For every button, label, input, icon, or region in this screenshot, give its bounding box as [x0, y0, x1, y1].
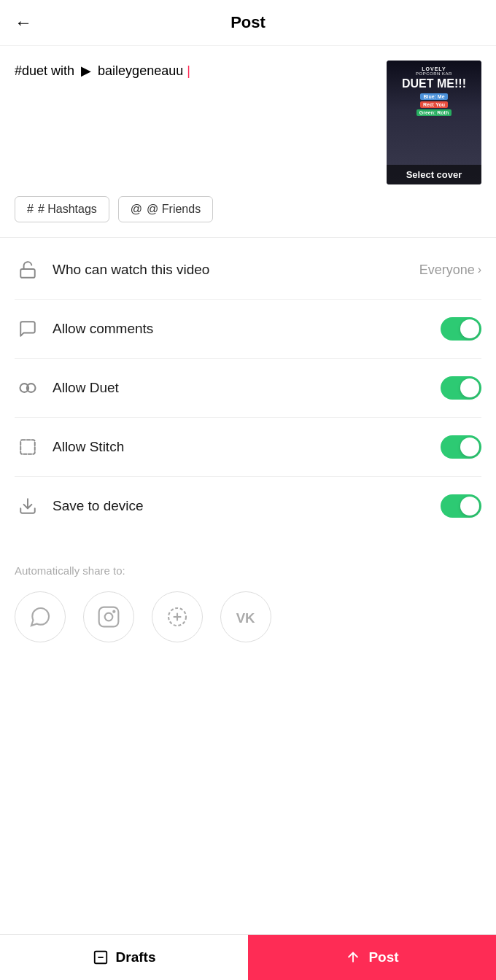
caption-text: #duet with	[15, 63, 74, 78]
svg-rect-0	[20, 269, 35, 278]
setting-row-allow-stitch: Allow Stitch	[15, 418, 481, 477]
drafts-label: Drafts	[116, 949, 156, 965]
toggle-knob	[460, 378, 479, 397]
svg-point-7	[113, 611, 115, 612]
username: baileygeneauu	[98, 63, 183, 78]
vk-button[interactable]: VK	[220, 591, 271, 642]
at-icon: @	[131, 203, 142, 216]
lock-icon	[15, 257, 41, 283]
thumbnail-tag-green: Green: Roth	[416, 109, 452, 116]
caption-input-area[interactable]: #duet with ▶ baileygeneauu |	[15, 61, 375, 82]
allow-duet-label: Allow Duet	[53, 380, 441, 396]
friends-label: @ Friends	[147, 203, 201, 216]
thumbnail-lovely-text: LOVELY	[387, 66, 481, 71]
hashtags-button[interactable]: # # Hashtags	[15, 196, 109, 222]
save-to-device-label: Save to device	[53, 498, 441, 514]
whatsapp-button[interactable]	[15, 591, 66, 642]
settings-section: Who can watch this video Everyone › Allo…	[0, 241, 496, 535]
back-button[interactable]: ←	[15, 12, 32, 33]
caption-area: #duet with ▶ baileygeneauu | LOVELY POPC…	[0, 46, 496, 196]
save-to-device-toggle[interactable]	[441, 494, 481, 518]
duet-icon	[15, 375, 41, 401]
header: ← Post	[0, 0, 496, 46]
who-can-watch-label: Who can watch this video	[53, 262, 419, 278]
tags-row: # # Hashtags @ @ Friends	[0, 196, 496, 234]
allow-comments-toggle[interactable]	[441, 317, 481, 341]
video-thumbnail[interactable]: LOVELY POPCORN KAR DUET ME!!! Blue: Me R…	[387, 61, 481, 184]
thumbnail-tag-blue: Blue: Me	[420, 93, 447, 100]
bottom-bar: Drafts Post	[0, 934, 496, 980]
allow-comments-label: Allow comments	[53, 321, 441, 337]
comment-icon	[15, 316, 41, 342]
allow-stitch-toggle[interactable]	[441, 435, 481, 459]
post-button[interactable]: Post	[248, 935, 496, 980]
hashtags-label: # Hashtags	[38, 203, 97, 216]
setting-row-allow-comments: Allow comments	[15, 300, 481, 359]
share-section: Automatically share to:	[0, 535, 496, 657]
toggle-knob	[460, 497, 479, 516]
cursor-blink: |	[187, 63, 190, 78]
share-title: Automatically share to:	[15, 564, 481, 577]
instagram-button[interactable]	[83, 591, 134, 642]
hashtag-icon: #	[27, 203, 34, 216]
allow-stitch-label: Allow Stitch	[53, 439, 441, 455]
setting-row-allow-duet: Allow Duet	[15, 359, 481, 418]
thumbnail-tag-red: Red: You	[420, 101, 448, 108]
stitch-icon	[15, 434, 41, 460]
play-icon: ▶	[81, 63, 91, 78]
post-label: Post	[368, 949, 398, 965]
post-icon	[345, 949, 361, 965]
friends-button[interactable]: @ @ Friends	[118, 196, 213, 222]
allow-duet-toggle[interactable]	[441, 376, 481, 400]
thumbnail-duet-text: DUET ME!!!	[387, 77, 481, 90]
toggle-knob	[460, 438, 479, 456]
chevron-right-icon: ›	[478, 263, 481, 276]
download-icon	[15, 493, 41, 519]
divider-1	[0, 237, 496, 238]
toggle-knob	[460, 319, 479, 338]
page-title: Post	[230, 13, 266, 32]
tiktok-plus-button[interactable]	[152, 591, 203, 642]
svg-point-6	[105, 613, 113, 621]
thumbnail-popcorn-text: POPCORN KAR	[387, 71, 481, 76]
drafts-button[interactable]: Drafts	[0, 935, 248, 980]
setting-row-save-to-device: Save to device	[15, 477, 481, 535]
svg-text:VK: VK	[236, 610, 255, 626]
svg-rect-5	[99, 607, 119, 627]
select-cover-button[interactable]: Select cover	[387, 165, 481, 184]
who-can-watch-value: Everyone ›	[419, 262, 481, 278]
drafts-icon	[93, 949, 109, 965]
svg-rect-3	[20, 440, 35, 454]
setting-row-who-can-watch[interactable]: Who can watch this video Everyone ›	[15, 241, 481, 300]
share-icons-row: VK	[15, 591, 481, 642]
